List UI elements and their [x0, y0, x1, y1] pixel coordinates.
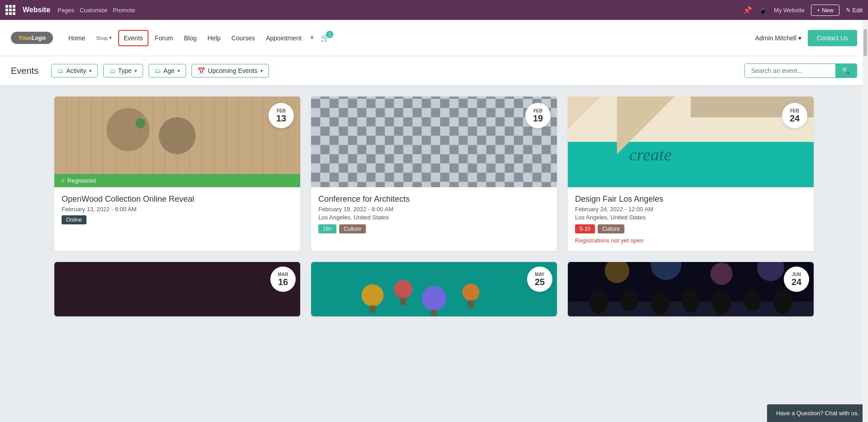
svg-rect-11: [311, 97, 557, 187]
header: YourLogo Home Shop▾ Events Forum Blog He…: [0, 20, 868, 56]
event-info-2: Conference for Architects February 19, 2…: [311, 187, 557, 241]
svg-point-36: [621, 289, 638, 311]
svg-rect-28: [468, 300, 474, 307]
date-badge-3: FEB 24: [782, 103, 807, 128]
registered-banner: ✓ Registered: [54, 174, 300, 187]
my-website-btn[interactable]: My Website: [774, 7, 805, 14]
age-filter[interactable]: 🗂 Age ▾: [149, 64, 186, 78]
tag-culture: Culture: [339, 224, 366, 233]
search-wrap: 🔍: [744, 63, 857, 78]
cart-icon[interactable]: 🛒 1: [321, 34, 330, 42]
logo[interactable]: YourLogo: [11, 32, 53, 44]
edit-button[interactable]: ✎ Edit: [846, 7, 863, 14]
event-card-3[interactable]: create FEB 24 Design Fair Los Angeles Fe…: [568, 97, 814, 251]
contact-us-button[interactable]: Contact Us: [808, 30, 857, 46]
event-title-3: Design Fair Los Angeles: [575, 194, 806, 204]
svg-point-3: [106, 108, 149, 151]
scroll-thumb[interactable]: [863, 29, 867, 56]
type-filter[interactable]: 🗂 Type ▾: [103, 64, 143, 78]
pin-icon[interactable]: 📌: [743, 6, 752, 15]
event-title-2: Conference for Architects: [318, 194, 550, 204]
date-badge-bot-1: MAR 16: [270, 267, 296, 292]
chat-widget[interactable]: Have a Question? Chat with us.: [767, 404, 868, 422]
activity-filter[interactable]: 🗂 Activity ▾: [51, 64, 97, 78]
nav-shop[interactable]: Shop▾: [91, 31, 116, 44]
bottom-card-2[interactable]: MAY 25: [311, 262, 557, 316]
topbar-promote[interactable]: Promote: [113, 7, 135, 14]
event-location-3: Los Angeles, United States: [575, 214, 806, 221]
event-date-2: February 19, 2022 - 8:00 AM: [318, 206, 550, 213]
topbar: Website Pages Customize Promote 📌 📱 My W…: [0, 0, 868, 20]
mobile-icon[interactable]: 📱: [758, 6, 767, 15]
bottom-events-grid: MAR 16 MAY 25: [54, 262, 814, 316]
svg-point-37: [651, 291, 669, 315]
svg-point-41: [774, 289, 792, 314]
events-grid: FEB 13 ✓ Registered OpenWood Collection …: [54, 97, 814, 251]
folder-icon: 🗂: [57, 67, 63, 74]
svg-point-32: [710, 263, 733, 285]
nav-appointment[interactable]: Appointment: [261, 31, 306, 45]
grid-icon[interactable]: [5, 5, 15, 15]
svg-point-40: [743, 289, 761, 311]
date-badge-2: FEB 19: [525, 103, 551, 128]
date-badge-bot-3: JUN 24: [784, 267, 809, 292]
search-button[interactable]: 🔍: [835, 64, 857, 78]
upcoming-events-filter[interactable]: 📅 Upcoming Events ▾: [192, 64, 269, 78]
tag-culture-2: Culture: [598, 224, 624, 233]
event-image-3: create FEB 24: [568, 97, 814, 187]
main-nav: Home Shop▾ Events Forum Blog Help Course…: [64, 30, 755, 46]
event-card-1[interactable]: FEB 13 ✓ Registered OpenWood Collection …: [54, 97, 300, 251]
nav-help[interactable]: Help: [203, 31, 225, 45]
tag-18plus: 18+: [318, 224, 336, 233]
svg-rect-25: [369, 305, 376, 312]
admin-menu[interactable]: Admin Mitchell ▾: [755, 34, 801, 42]
event-tags-2: 18+ Culture: [318, 224, 550, 233]
event-image-1: FEB 13 ✓ Registered: [54, 97, 300, 187]
chevron-down-icon: ▾: [798, 34, 801, 42]
event-date-1: February 13, 2022 - 6:00 AM: [62, 206, 293, 213]
search-input[interactable]: [745, 64, 835, 78]
svg-point-5: [135, 118, 145, 128]
chevron-down-icon: ▾: [260, 68, 263, 74]
filter-title: Events: [11, 66, 38, 76]
tag-online: Online: [62, 215, 86, 224]
svg-point-38: [682, 289, 699, 313]
chevron-down-icon: ▾: [134, 68, 137, 74]
nav-courses[interactable]: Courses: [227, 31, 259, 45]
nav-events[interactable]: Events: [118, 30, 149, 46]
event-tags-3: 5-10 Culture: [575, 224, 806, 233]
event-tags-1: Online: [62, 215, 293, 224]
svg-text:create: create: [629, 145, 672, 164]
folder-icon: 🗂: [154, 67, 161, 74]
new-button[interactable]: + New: [811, 5, 839, 16]
scrollbar[interactable]: [863, 20, 868, 422]
events-section: FEB 13 ✓ Registered OpenWood Collection …: [0, 86, 868, 327]
bottom-card-1[interactable]: MAR 16: [54, 262, 300, 316]
calendar-icon: 📅: [197, 67, 205, 74]
nav-forum[interactable]: Forum: [150, 31, 177, 45]
event-image-2: FEB 19: [311, 97, 557, 187]
svg-rect-26: [400, 298, 407, 305]
cart-badge: 1: [326, 31, 333, 38]
svg-point-24: [462, 284, 480, 301]
topbar-pages[interactable]: Pages: [58, 7, 74, 14]
nav-home[interactable]: Home: [64, 31, 90, 45]
topbar-nav: Pages Customize Promote: [58, 7, 135, 14]
event-card-2[interactable]: FEB 19 Conference for Architects Februar…: [311, 97, 557, 251]
date-badge-bot-2: MAY 25: [527, 267, 552, 292]
topbar-customize[interactable]: Customize: [80, 7, 107, 14]
chevron-down-icon: ▾: [89, 68, 92, 74]
filter-bar: Events 🗂 Activity ▾ 🗂 Type ▾ 🗂 Age ▾ 📅 U…: [0, 56, 868, 86]
svg-point-35: [590, 289, 608, 314]
svg-point-4: [159, 117, 196, 154]
nav-add-icon[interactable]: +: [308, 31, 317, 44]
event-title-1: OpenWood Collection Online Reveal: [62, 194, 293, 204]
topbar-brand: Website: [23, 6, 50, 14]
bottom-card-3[interactable]: JUN 24: [568, 262, 814, 316]
tag-5to10: 5-10: [575, 224, 595, 233]
event-info-1: OpenWood Collection Online Reveal Februa…: [54, 187, 300, 232]
svg-rect-19: [54, 262, 300, 316]
nav-blog[interactable]: Blog: [179, 31, 201, 45]
svg-rect-27: [431, 310, 437, 316]
svg-point-39: [712, 290, 731, 314]
